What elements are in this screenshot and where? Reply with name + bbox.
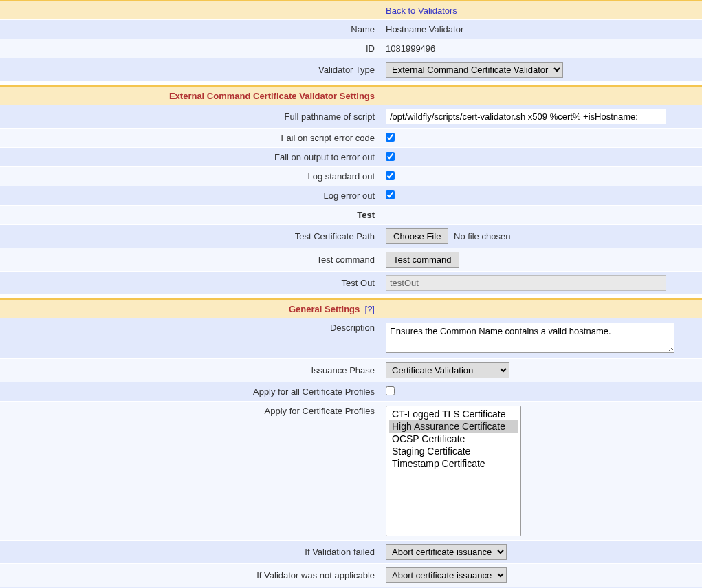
profile-option[interactable]: CT-Logged TLS Certificate [389, 408, 518, 420]
choose-file-button[interactable]: Choose File [386, 228, 448, 244]
description-textarea[interactable] [386, 323, 674, 353]
back-to-validators-link[interactable]: Back to Validators [386, 6, 457, 16]
empty-header-label [0, 2, 382, 19]
name-label: Name [0, 21, 382, 38]
test-heading-row: Test [0, 205, 702, 224]
test-cert-path-row: Test Certificate Path Choose File No fil… [0, 224, 702, 248]
apply-profiles-label: Apply for Certificate Profiles [0, 402, 382, 420]
test-out-row: Test Out [0, 271, 702, 294]
id-value: 1081999496 [382, 40, 702, 57]
if-na-row: If Validator was not applicable Abort ce… [0, 563, 702, 587]
issuance-phase-label: Issuance Phase [0, 362, 382, 379]
test-cert-path-label: Test Certificate Path [0, 228, 382, 245]
log-stdout-label: Log standard out [0, 168, 382, 185]
if-failed-row: If Validation failed Abort certificate i… [0, 540, 702, 563]
if-failed-select[interactable]: Abort certificate issuance [386, 544, 507, 560]
test-command-row: Test command Test command [0, 248, 702, 271]
test-command-label: Test command [0, 251, 382, 268]
fail-stderr-row: Fail on output to error out [0, 147, 702, 166]
script-path-row: Full pathname of script [0, 105, 702, 128]
name-row: Name Hostname Validator [0, 19, 702, 39]
fail-stderr-checkbox[interactable] [386, 152, 395, 161]
id-label: ID [0, 40, 382, 57]
file-chosen-text: No file chosen [454, 231, 510, 241]
description-label: Description [0, 318, 382, 336]
script-path-label: Full pathname of script [0, 108, 382, 125]
apply-all-label: Apply for all Certificate Profiles [0, 383, 382, 400]
description-row: Description [0, 318, 702, 358]
help-link[interactable]: [?] [365, 304, 375, 314]
test-heading: Test [0, 206, 382, 224]
profile-option[interactable]: High Assurance Certificate [389, 420, 518, 433]
log-stdout-row: Log standard out [0, 166, 702, 186]
fail-error-code-row: Fail on script error code [0, 128, 702, 147]
apply-profiles-row: Apply for Certificate Profiles CT-Logged… [0, 401, 702, 540]
test-out-label: Test Out [0, 274, 382, 292]
general-settings-header: General Settings [?] [0, 298, 702, 318]
apply-all-checkbox[interactable] [386, 386, 395, 395]
log-stdout-checkbox[interactable] [386, 171, 395, 180]
ext-settings-header: External Command Certificate Validator S… [0, 85, 702, 105]
script-path-input[interactable] [386, 109, 666, 124]
validator-form: Back to Validators Name Hostname Validat… [0, 0, 702, 588]
fail-stderr-label: Fail on output to error out [0, 149, 382, 166]
test-out-field [386, 275, 666, 291]
id-row: ID 1081999496 [0, 39, 702, 58]
if-na-label: If Validator was not applicable [0, 567, 382, 584]
profile-option[interactable]: OCSP Certificate [389, 433, 518, 445]
header-row: Back to Validators [0, 0, 702, 19]
if-na-select[interactable]: Abort certificate issuance [386, 567, 507, 583]
profile-option[interactable]: Staging Certificate [389, 445, 518, 457]
validator-type-label: Validator Type [0, 61, 382, 78]
general-settings-title: General Settings [289, 304, 360, 314]
log-stderr-label: Log error out [0, 187, 382, 204]
apply-profiles-select[interactable]: CT-Logged TLS CertificateHigh Assurance … [386, 406, 521, 536]
apply-all-row: Apply for all Certificate Profiles [0, 382, 702, 401]
issuance-phase-row: Issuance Phase Certificate Validation [0, 358, 702, 382]
issuance-phase-select[interactable]: Certificate Validation [386, 362, 509, 378]
validator-type-row: Validator Type External Command Certific… [0, 58, 702, 81]
fail-error-code-checkbox[interactable] [386, 133, 395, 142]
fail-error-code-label: Fail on script error code [0, 129, 382, 146]
validator-type-select[interactable]: External Command Certificate Validator [386, 62, 563, 78]
name-value: Hostname Validator [382, 21, 702, 38]
ext-settings-title: External Command Certificate Validator S… [0, 87, 382, 105]
test-command-button[interactable]: Test command [386, 252, 459, 268]
log-stderr-row: Log error out [0, 186, 702, 205]
profile-option[interactable]: Timestamp Certificate [389, 457, 518, 470]
log-stderr-checkbox[interactable] [386, 190, 395, 199]
if-failed-label: If Validation failed [0, 543, 382, 560]
